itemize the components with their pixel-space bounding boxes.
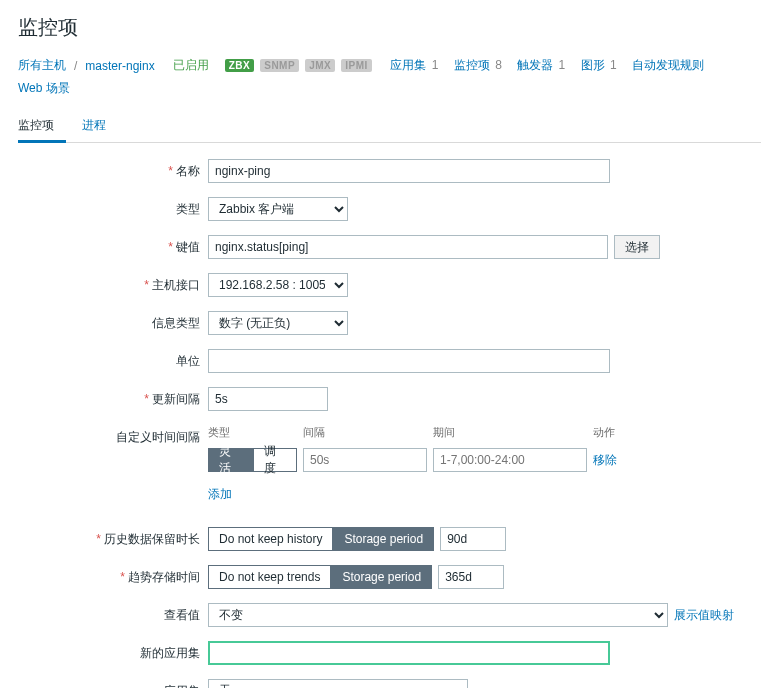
label-key: *键值: [18, 235, 208, 256]
app-option-none[interactable]: -无-: [209, 680, 467, 688]
type-select[interactable]: Zabbix 客户端: [208, 197, 348, 221]
label-interface: *主机接口: [18, 273, 208, 294]
interval-type-segment: 灵活 调度: [208, 448, 297, 472]
link-applications[interactable]: 应用集: [390, 58, 426, 72]
interval-period-input[interactable]: [433, 448, 587, 472]
trends-segment: Do not keep trends Storage period: [208, 565, 432, 589]
interval-row: 灵活 调度 移除: [208, 448, 633, 472]
units-input[interactable]: [208, 349, 610, 373]
th-period: 期间: [433, 425, 593, 440]
trends-input[interactable]: [438, 565, 504, 589]
show-value-select[interactable]: 不变: [208, 603, 668, 627]
update-interval-input[interactable]: [208, 387, 328, 411]
interval-delay-input[interactable]: [303, 448, 427, 472]
link-discovery[interactable]: 自动发现规则: [632, 57, 704, 74]
apps-multiselect[interactable]: -无- nginx: [208, 679, 468, 688]
label-info-type: 信息类型: [18, 311, 208, 332]
badge-zbx: ZBX: [225, 59, 255, 72]
label-type: 类型: [18, 197, 208, 218]
tab-item[interactable]: 监控项: [18, 111, 66, 143]
count-triggers: 1: [559, 58, 566, 72]
seg-trends-nokeep[interactable]: Do not keep trends: [208, 565, 331, 589]
show-value-map-link[interactable]: 展示值映射: [674, 607, 734, 624]
interval-remove-link[interactable]: 移除: [593, 452, 617, 469]
tab-process[interactable]: 进程: [82, 111, 118, 142]
badge-ipmi: IPMI: [341, 59, 372, 72]
seg-history-storage[interactable]: Storage period: [333, 527, 434, 551]
label-new-app: 新的应用集: [18, 641, 208, 662]
interface-select[interactable]: 192.168.2.58 : 10050: [208, 273, 348, 297]
label-history: *历史数据保留时长: [18, 527, 208, 548]
th-interval: 间隔: [303, 425, 433, 440]
count-items: 8: [495, 58, 502, 72]
count-applications: 1: [432, 58, 439, 72]
badge-jmx: JMX: [305, 59, 335, 72]
interval-add-link[interactable]: 添加: [208, 486, 633, 503]
label-custom-intervals: 自定义时间间隔: [18, 425, 208, 446]
new-app-input[interactable]: [208, 641, 610, 665]
link-graphs[interactable]: 图形: [581, 58, 605, 72]
history-input[interactable]: [440, 527, 506, 551]
label-name: *名称: [18, 159, 208, 180]
label-update-interval: *更新间隔: [18, 387, 208, 408]
link-web[interactable]: Web 场景: [18, 80, 70, 97]
label-trends: *趋势存储时间: [18, 565, 208, 586]
seg-trends-storage[interactable]: Storage period: [331, 565, 432, 589]
th-type: 类型: [208, 425, 303, 440]
seg-flexible[interactable]: 灵活: [208, 448, 253, 472]
label-units: 单位: [18, 349, 208, 370]
custom-intervals-table: 类型 间隔 期间 动作 灵活 调度 移除 添加: [208, 425, 633, 503]
link-items[interactable]: 监控项: [454, 58, 490, 72]
seg-history-nokeep[interactable]: Do not keep history: [208, 527, 333, 551]
name-input[interactable]: [208, 159, 610, 183]
th-action: 动作: [593, 425, 633, 440]
breadcrumb: 所有主机 / master-nginx 已启用 ZBX SNMP JMX IPM…: [0, 51, 761, 107]
tabs: 监控项 进程: [18, 107, 761, 143]
key-select-button[interactable]: 选择: [614, 235, 660, 259]
history-segment: Do not keep history Storage period: [208, 527, 434, 551]
info-type-select[interactable]: 数字 (无正负): [208, 311, 348, 335]
key-input[interactable]: [208, 235, 608, 259]
label-apps: 应用集: [18, 679, 208, 688]
breadcrumb-host[interactable]: master-nginx: [85, 59, 154, 73]
label-show-value: 查看值: [18, 603, 208, 624]
status-enabled: 已启用: [173, 57, 209, 74]
seg-schedule[interactable]: 调度: [253, 448, 298, 472]
count-graphs: 1: [610, 58, 617, 72]
link-triggers[interactable]: 触发器: [517, 58, 553, 72]
breadcrumb-sep: /: [74, 59, 77, 73]
page-title: 监控项: [0, 0, 761, 51]
badge-snmp: SNMP: [260, 59, 299, 72]
item-form: *名称 类型 Zabbix 客户端 *键值 选择 *主机接口 192.168.2…: [0, 143, 761, 688]
breadcrumb-all-hosts[interactable]: 所有主机: [18, 57, 66, 74]
